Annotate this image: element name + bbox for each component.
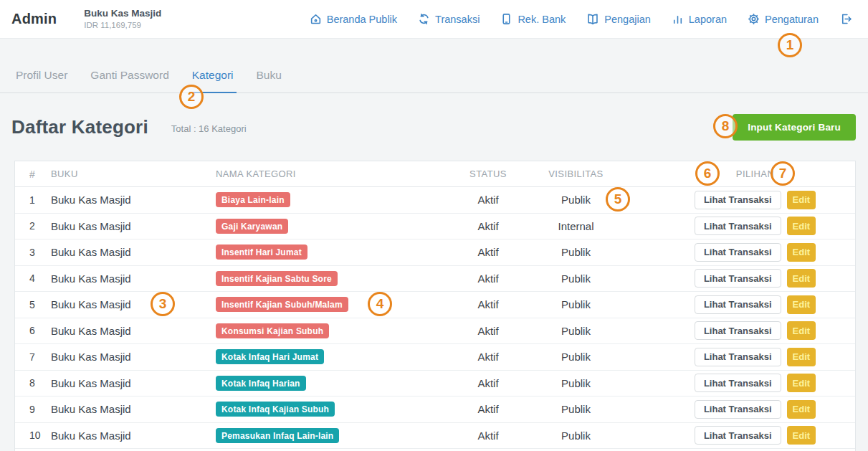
edit-button[interactable]: Edit	[787, 400, 816, 419]
top-header: Admin Buku Kas Masjid IDR 11,169,759 Ber…	[0, 0, 868, 39]
view-transactions-button[interactable]: Lihat Transaksi	[695, 400, 781, 419]
home-icon	[310, 13, 322, 25]
row-kategori: Biaya Lain-lain	[216, 192, 459, 207]
column-header-visibilitas: VISIBILITAS	[517, 168, 635, 179]
row-number: 10	[29, 429, 51, 441]
category-badge: Pemasukan Infaq Lain-lain	[216, 428, 339, 443]
view-transactions-button[interactable]: Lihat Transaksi	[695, 348, 781, 366]
logout-icon	[839, 13, 852, 25]
view-transactions-button[interactable]: Lihat Transaksi	[695, 269, 781, 288]
row-actions: Lihat TransaksiEdit	[635, 321, 855, 340]
category-badge: Insentif Hari Jumat	[216, 245, 307, 260]
nav-item-transaksi[interactable]: Transaksi	[418, 13, 480, 25]
row-number: 7	[29, 351, 51, 363]
category-badge: Kotak Infaq Hari Jumat	[216, 349, 324, 364]
annotation-circle-6: 6	[695, 161, 720, 186]
row-buku: Buku Kas Masjid	[51, 351, 216, 363]
row-actions: Lihat TransaksiEdit	[635, 426, 855, 445]
refresh-icon	[418, 13, 430, 25]
row-status: Aktif	[459, 429, 517, 442]
category-badge: Kotak Infaq Kajian Subuh	[216, 402, 335, 417]
row-buku: Buku Kas Masjid	[51, 298, 216, 310]
row-actions: Lihat TransaksiEdit	[635, 217, 855, 235]
table-row: 5Buku Kas MasjidInsentif Kajian Subuh/Ma…	[15, 292, 855, 318]
nav-item-rek-bank[interactable]: Rek. Bank	[500, 13, 566, 25]
table-row: 2Buku Kas MasjidGaji KaryawanAktifIntern…	[15, 214, 855, 240]
annotation-circle-3: 3	[151, 292, 175, 316]
row-buku: Buku Kas Masjid	[51, 429, 216, 442]
row-status: Aktif	[459, 272, 517, 285]
row-kategori: Insentif Kajian Subuh/Malam	[216, 297, 459, 312]
edit-button[interactable]: Edit	[787, 374, 816, 392]
row-number: 8	[29, 377, 51, 389]
view-transactions-button[interactable]: Lihat Transaksi	[695, 374, 781, 392]
row-buku: Buku Kas Masjid	[51, 246, 216, 258]
category-badge: Gaji Karyawan	[216, 219, 288, 234]
row-kategori: Insentif Hari Jumat	[216, 245, 459, 260]
row-kategori: Gaji Karyawan	[216, 219, 459, 234]
nav-item-label: Pengajian	[604, 14, 651, 25]
row-number: 1	[29, 194, 51, 206]
column-header-buku: BUKU	[51, 168, 216, 179]
settings-tabs: Profil UserGanti PasswordKategoriBuku	[0, 39, 868, 93]
row-status: Aktif	[459, 194, 517, 206]
column-header-no: #	[29, 168, 51, 180]
view-transactions-button[interactable]: Lihat Transaksi	[695, 295, 781, 314]
view-transactions-button[interactable]: Lihat Transaksi	[695, 426, 781, 445]
main-nav: Beranda PublikTransaksiRek. BankPengajia…	[310, 13, 819, 25]
table-row: 10Buku Kas MasjidPemasukan Infaq Lain-la…	[15, 423, 855, 450]
nav-item-pengaturan[interactable]: Pengaturan	[748, 13, 819, 25]
category-badge: Kotak Infaq Harian	[216, 376, 306, 391]
nav-item-beranda-publik[interactable]: Beranda Publik	[310, 13, 397, 25]
nav-item-label: Pengaturan	[765, 14, 819, 25]
edit-button[interactable]: Edit	[787, 243, 816, 262]
row-status: Aktif	[459, 220, 517, 232]
edit-button[interactable]: Edit	[787, 217, 816, 235]
row-buku: Buku Kas Masjid	[51, 325, 216, 337]
nav-item-laporan[interactable]: Laporan	[672, 13, 727, 25]
tab-buku[interactable]: Buku	[254, 59, 285, 93]
row-visibilitas: Publik	[517, 377, 635, 389]
page-head: Daftar Kategori Total : 16 Kategori Inpu…	[0, 93, 868, 161]
table-header-row: #BUKUNAMA KATEGORISTATUSVISIBILITASPILIH…	[15, 161, 855, 187]
annotation-circle-4: 4	[368, 292, 392, 316]
row-number: 9	[29, 404, 51, 415]
row-buku: Buku Kas Masjid	[51, 377, 216, 389]
row-number: 3	[29, 247, 51, 258]
edit-button[interactable]: Edit	[787, 295, 816, 314]
app-brand[interactable]: Admin	[11, 11, 57, 27]
row-visibilitas: Publik	[517, 325, 635, 337]
row-kategori: Konsumsi Kajian Subuh	[216, 323, 459, 338]
row-buku: Buku Kas Masjid	[51, 220, 216, 232]
row-buku: Buku Kas Masjid	[51, 272, 216, 285]
row-number: 2	[29, 220, 51, 232]
row-number: 4	[29, 272, 51, 284]
view-transactions-button[interactable]: Lihat Transaksi	[695, 243, 781, 262]
row-status: Aktif	[459, 298, 517, 310]
edit-button[interactable]: Edit	[787, 321, 816, 340]
table-row: 4Buku Kas MasjidInsentif Kajian Sabtu So…	[15, 266, 855, 293]
add-category-button[interactable]: Input Kategori Baru	[733, 114, 856, 141]
book-balance: IDR 11,169,759	[84, 20, 161, 30]
view-transactions-button[interactable]: Lihat Transaksi	[695, 191, 781, 209]
row-kategori: Kotak Infaq Harian	[216, 376, 459, 391]
tablet-icon	[500, 13, 512, 25]
edit-button[interactable]: Edit	[787, 426, 816, 445]
tab-profil-user[interactable]: Profil User	[13, 59, 70, 93]
edit-button[interactable]: Edit	[787, 269, 816, 288]
row-visibilitas: Publik	[517, 272, 635, 285]
row-buku: Buku Kas Masjid	[51, 194, 216, 206]
tab-ganti-password[interactable]: Ganti Password	[87, 59, 171, 93]
view-transactions-button[interactable]: Lihat Transaksi	[695, 321, 781, 340]
nav-item-pengajian[interactable]: Pengajian	[586, 13, 651, 25]
book-title: Buku Kas Masjid	[84, 8, 161, 20]
edit-button[interactable]: Edit	[787, 348, 816, 366]
category-badge: Insentif Kajian Sabtu Sore	[216, 271, 338, 286]
row-status: Aktif	[459, 377, 517, 389]
logout-button[interactable]	[839, 13, 852, 25]
column-header-status: STATUS	[459, 168, 517, 179]
edit-button[interactable]: Edit	[787, 191, 816, 209]
row-visibilitas: Publik	[517, 246, 635, 258]
row-kategori: Kotak Infaq Kajian Subuh	[216, 402, 459, 417]
view-transactions-button[interactable]: Lihat Transaksi	[695, 217, 781, 235]
